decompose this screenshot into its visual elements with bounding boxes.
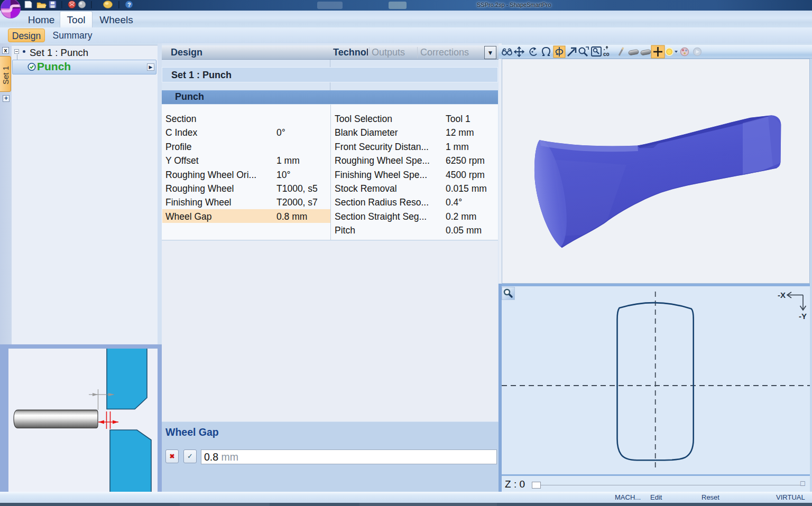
svg-text:-X: -X [778, 291, 786, 299]
svg-text:-Y: -Y [799, 312, 807, 321]
svg-text:?: ? [127, 2, 131, 8]
svg-text:co: co [603, 51, 610, 57]
